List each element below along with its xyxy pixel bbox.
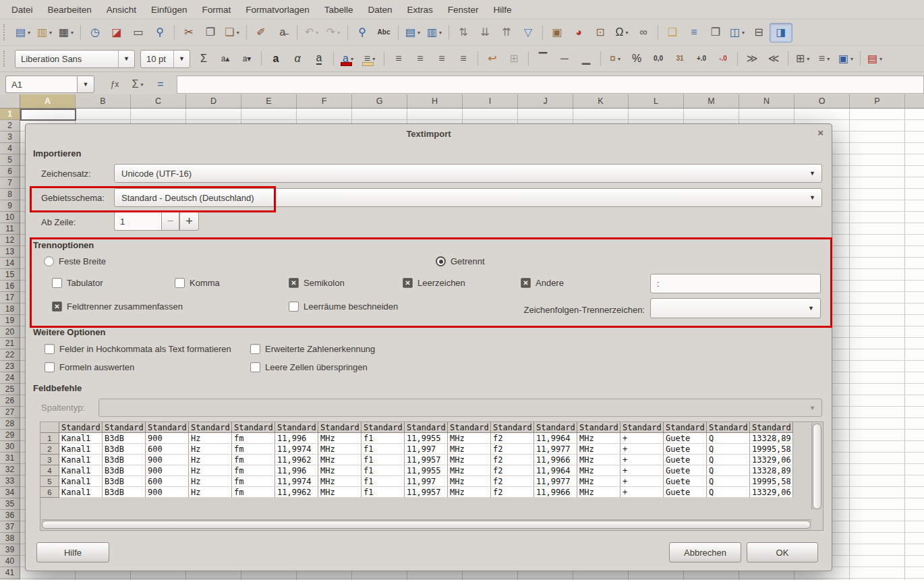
row-header-15[interactable]: 15 [0,269,20,281]
dropdown-arrow-icon[interactable]: ▾ [807,56,809,62]
preview-column-header-11[interactable]: Standard [491,422,534,433]
row-header-35[interactable]: 35 [0,498,20,510]
export-pdf-button[interactable]: ◪ [106,24,127,42]
column-header-o[interactable]: O [795,94,850,108]
number-format-button[interactable]: 0,0 [647,50,669,68]
print-area-button[interactable]: ❐ [705,24,726,42]
row-header-12[interactable]: 12 [0,235,20,246]
string-delimiter-combo[interactable]: ▼ [650,298,821,318]
delete-decimal-place-button[interactable]: -.0 [712,50,734,68]
currency-format-button[interactable]: ¤▾ [604,50,626,68]
preview-column-header-9[interactable]: Standard [405,422,448,433]
preview-column-header-3[interactable]: Standard [146,422,189,433]
dropdown-arrow-icon[interactable]: ▾ [237,30,239,36]
row-header-23[interactable]: 23 [0,361,20,372]
charset-dropdown[interactable]: Unicode (UTF-16) ▼ [114,164,822,183]
select-all-corner[interactable] [0,94,20,109]
row-header-36[interactable]: 36 [0,510,20,521]
sidebar-button[interactable]: ◨ [770,23,792,42]
copy-button[interactable]: ❐ [200,24,221,42]
column-header-i[interactable]: I [463,94,518,108]
other-separator-input[interactable] [650,274,821,293]
skip-empty-cells-checkbox[interactable]: Leere Zellen überspringen [250,362,368,372]
row-header-32[interactable]: 32 [0,464,20,475]
row-header-33[interactable]: 33 [0,475,20,487]
align-left-button[interactable]: ≡ [388,50,409,68]
cut-button[interactable]: ✂ [178,24,200,42]
column-header-h[interactable]: H [407,94,463,108]
font-color-button[interactable]: a▾ [337,50,359,68]
row-header-25[interactable]: 25 [0,384,20,395]
row-header-16[interactable]: 16 [0,281,20,292]
formula-input[interactable] [177,76,924,94]
bold-button[interactable]: a [265,50,287,68]
column-header-d[interactable]: D [186,94,241,108]
row-header-2[interactable]: 2 [0,120,20,132]
increase-font-size-button[interactable]: a▴ [214,50,236,68]
preview-column-header-6[interactable]: Standard [275,422,318,433]
sort-ascending-button[interactable]: ⇈ [496,24,517,42]
row-header-19[interactable]: 19 [0,315,20,326]
dropdown-arrow-icon[interactable]: ▾ [417,30,420,36]
clone-formatting-button[interactable]: ✐ [250,24,272,42]
conditional-formatting-button[interactable]: ▤▾ [864,50,886,68]
comma-checkbox[interactable]: Komma [175,278,220,288]
dropdown-arrow-icon[interactable]: ▾ [879,56,882,62]
from-row-decrement-button[interactable]: − [161,212,179,231]
find-replace-button[interactable]: ⚲ [351,24,373,42]
detect-numbers-checkbox[interactable]: Erweiterte Zahlenerkennung [250,344,375,354]
column-header-p[interactable]: P [850,94,905,108]
cell-reference[interactable]: A1 [5,76,77,93]
chevron-down-icon[interactable]: ▼ [173,51,190,67]
preview-vertical-scrollbar[interactable] [811,423,822,510]
spelling-button[interactable]: Abc [373,24,395,42]
row-header-22[interactable]: 22 [0,349,20,361]
column-header-e[interactable]: E [241,94,297,108]
preview-horizontal-scrollbar[interactable] [41,519,811,529]
preview-column-header-13[interactable]: Standard [577,422,620,433]
row-header-17[interactable]: 17 [0,292,20,303]
center-vertically-button[interactable]: ─ [554,50,575,68]
insert-columns-button[interactable]: ▥▾ [424,24,445,42]
semicolon-checkbox[interactable]: Semikolon [289,278,345,288]
dropdown-arrow-icon[interactable]: ▾ [618,56,620,62]
preview-column-header-14[interactable]: Standard [620,422,664,433]
row-header-3[interactable]: 3 [0,132,20,143]
from-row-increment-button[interactable]: + [179,212,199,231]
menu-formatvorlagen[interactable]: Formatvorlagen [238,2,317,18]
column-header-g[interactable]: G [352,94,407,108]
row-header-29[interactable]: 29 [0,430,20,441]
autofilter-button[interactable]: ▽ [517,24,539,42]
menu-fenster[interactable]: Fenster [440,2,486,18]
dropdown-arrow-icon[interactable]: ▾ [850,56,853,62]
row-header-18[interactable]: 18 [0,303,20,315]
menu-hilfe[interactable]: Hilfe [486,2,519,18]
save-as-button[interactable]: ◷ [84,24,106,42]
evaluate-formulas-checkbox[interactable]: Formeln auswerten [45,362,134,372]
ok-button[interactable]: OK [747,542,818,562]
preview-column-header-17[interactable]: Standard [750,422,793,433]
row-header-39[interactable]: 39 [0,544,20,556]
help-button[interactable]: Hilfe [36,542,109,562]
row-header-41[interactable]: 41 [0,567,20,579]
sort-button[interactable]: ⇅ [453,24,474,42]
print-button[interactable]: ▭ [127,24,149,42]
decrease-indent-button[interactable]: ≪ [763,50,784,68]
save-button[interactable]: ▦▾ [55,24,77,42]
align-center-button[interactable]: ≡ [409,50,431,68]
insert-chart-button[interactable]: ◕ [568,24,589,42]
dropdown-arrow-icon[interactable]: ▾ [337,30,340,36]
dropdown-arrow-icon[interactable]: ▾ [625,30,628,36]
dropdown-arrow-icon[interactable]: ▾ [742,30,745,36]
formula-button[interactable]: = [150,76,171,94]
scrollbar-thumb[interactable] [42,521,811,529]
row-header-26[interactable]: 26 [0,395,20,407]
cancel-button[interactable]: Abbrechen [669,542,741,562]
row-header-34[interactable]: 34 [0,487,20,498]
fixed-width-radio[interactable]: Feste Breite [44,256,106,266]
row-header-27[interactable]: 27 [0,407,20,418]
dropdown-arrow-icon[interactable]: ▾ [49,30,52,36]
column-header-l[interactable]: L [629,94,684,108]
menu-einfugen[interactable]: Einfügen [144,2,194,18]
freeze-panes-button[interactable]: ◫▾ [726,24,748,42]
